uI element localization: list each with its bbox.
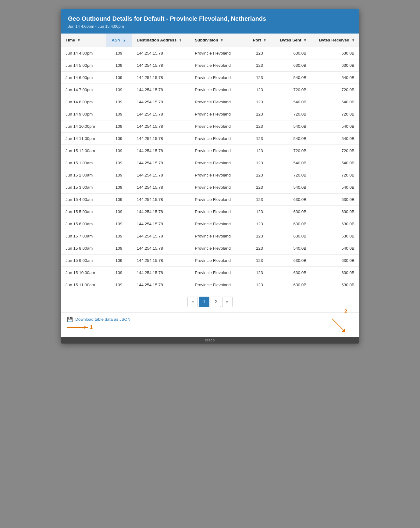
pagination-prev[interactable]: « xyxy=(187,297,198,307)
download-json-link[interactable]: 💾 Download table data as JSON xyxy=(67,316,130,322)
cell-bytes-sent: 540.0B xyxy=(272,157,311,169)
cell-asn: 109 xyxy=(106,157,132,169)
cell-dest: 144.254.15.78 xyxy=(132,267,190,279)
cell-dest: 144.254.15.78 xyxy=(132,47,190,59)
cell-bytes-sent: 540.0B xyxy=(272,72,311,84)
cell-subdiv: Provincie Flevoland xyxy=(190,133,247,145)
cell-bytes-sent: 630.0B xyxy=(272,206,311,218)
col-header-time[interactable]: Time ⇕ xyxy=(61,34,106,47)
cell-bytes-recv: 720.0B xyxy=(311,169,359,181)
col-header-asn[interactable]: ASN ▲ xyxy=(106,34,132,47)
cell-bytes-recv: 540.0B xyxy=(311,133,359,145)
cell-bytes-sent: 630.0B xyxy=(272,267,311,279)
cell-time: Jun 15 9:00am xyxy=(61,255,106,267)
modal-title: Geo Outbound Details for Default - Provi… xyxy=(68,15,352,22)
sort-arrow-port: ⇕ xyxy=(263,38,266,42)
diagonal-arrow-icon xyxy=(329,316,347,334)
sort-arrow-asn: ▲ xyxy=(123,38,126,42)
cell-bytes-recv: 630.0B xyxy=(311,230,359,242)
bottom-bar-text: cisco xyxy=(205,338,215,342)
table-row: Jun 15 11:00am 109 144.254.15.78 Provinc… xyxy=(61,279,359,291)
bottom-bar: cisco xyxy=(61,337,359,344)
modal-container: Geo Outbound Details for Default - Provi… xyxy=(61,9,359,344)
cell-port: 123 xyxy=(247,169,272,181)
table-row: Jun 15 12:00am 109 144.254.15.78 Provinc… xyxy=(61,145,359,157)
col-header-dest[interactable]: Destination Address ⇕ xyxy=(132,34,190,47)
cell-subdiv: Provincie Flevoland xyxy=(190,181,247,194)
cell-bytes-sent: 720.0B xyxy=(272,84,311,96)
cell-bytes-sent: 630.0B xyxy=(272,218,311,230)
cell-subdiv: Provincie Flevoland xyxy=(190,157,247,169)
cell-bytes-sent: 540.0B xyxy=(272,242,311,255)
cell-bytes-sent: 720.0B xyxy=(272,145,311,157)
cell-subdiv: Provincie Flevoland xyxy=(190,59,247,72)
pagination-page-2[interactable]: 2 xyxy=(211,297,221,307)
cell-port: 123 xyxy=(247,96,272,108)
cell-subdiv: Provincie Flevoland xyxy=(190,72,247,84)
cell-bytes-sent: 630.0B xyxy=(272,255,311,267)
cell-port: 123 xyxy=(247,181,272,194)
table-row: Jun 14 9:00pm 109 144.254.15.78 Provinci… xyxy=(61,108,359,120)
col-header-bytes-sent[interactable]: Bytes Sent ⇕ xyxy=(272,34,311,47)
cell-subdiv: Provincie Flevoland xyxy=(190,206,247,218)
cell-subdiv: Provincie Flevoland xyxy=(190,47,247,59)
table-row: Jun 15 9:00am 109 144.254.15.78 Provinci… xyxy=(61,255,359,267)
table-body: Jun 14 4:00pm 109 144.254.15.78 Provinci… xyxy=(61,47,359,291)
cell-asn: 109 xyxy=(106,267,132,279)
cell-dest: 144.254.15.78 xyxy=(132,120,190,133)
cell-bytes-sent: 720.0B xyxy=(272,108,311,120)
svg-line-2 xyxy=(332,319,344,331)
svg-marker-1 xyxy=(84,326,88,329)
pagination-next[interactable]: » xyxy=(222,297,233,307)
table-row: Jun 14 7:00pm 109 144.254.15.78 Provinci… xyxy=(61,84,359,96)
cell-time: Jun 14 10:00pm xyxy=(61,120,106,133)
cell-bytes-recv: 630.0B xyxy=(311,218,359,230)
table-row: Jun 14 4:00pm 109 144.254.15.78 Provinci… xyxy=(61,47,359,59)
cell-asn: 109 xyxy=(106,59,132,72)
table-row: Jun 14 10:00pm 109 144.254.15.78 Provinc… xyxy=(61,120,359,133)
cell-port: 123 xyxy=(247,59,272,72)
table-row: Jun 14 6:00pm 109 144.254.15.78 Provinci… xyxy=(61,72,359,84)
pagination-page-1[interactable]: 1 xyxy=(199,297,209,307)
cell-dest: 144.254.15.78 xyxy=(132,279,190,291)
cell-port: 123 xyxy=(247,194,272,206)
cell-asn: 109 xyxy=(106,230,132,242)
cell-port: 123 xyxy=(247,72,272,84)
annotation-2-group: 2 xyxy=(329,309,347,334)
sort-arrow-bytes-sent: ⇕ xyxy=(304,38,306,42)
cell-port: 123 xyxy=(247,230,272,242)
cell-asn: 109 xyxy=(106,120,132,133)
cell-subdiv: Provincie Flevoland xyxy=(190,255,247,267)
table-row: Jun 15 5:00am 109 144.254.15.78 Provinci… xyxy=(61,206,359,218)
cell-time: Jun 15 2:00am xyxy=(61,169,106,181)
cell-asn: 109 xyxy=(106,169,132,181)
cell-subdiv: Provincie Flevoland xyxy=(190,218,247,230)
cell-bytes-recv: 630.0B xyxy=(311,267,359,279)
cell-port: 123 xyxy=(247,279,272,291)
cell-bytes-sent: 720.0B xyxy=(272,169,311,181)
cell-asn: 109 xyxy=(106,279,132,291)
cell-bytes-recv: 720.0B xyxy=(311,108,359,120)
cell-dest: 144.254.15.78 xyxy=(132,169,190,181)
cell-bytes-recv: 630.0B xyxy=(311,194,359,206)
cell-asn: 109 xyxy=(106,145,132,157)
cell-bytes-recv: 540.0B xyxy=(311,96,359,108)
data-table: Time ⇕ ASN ▲ Destination Address ⇕ Subdi… xyxy=(61,34,359,291)
cell-bytes-sent: 540.0B xyxy=(272,120,311,133)
col-header-port[interactable]: Port ⇕ xyxy=(247,34,272,47)
cell-time: Jun 14 8:00pm xyxy=(61,96,106,108)
cell-asn: 109 xyxy=(106,133,132,145)
sort-arrow-bytes-recv: ⇕ xyxy=(352,38,354,42)
cell-dest: 144.254.15.78 xyxy=(132,157,190,169)
cell-bytes-recv: 630.0B xyxy=(311,206,359,218)
col-header-subdiv[interactable]: Subdivision ⇕ xyxy=(190,34,247,47)
cell-time: Jun 15 10:00am xyxy=(61,267,106,279)
cell-subdiv: Provincie Flevoland xyxy=(190,279,247,291)
modal-header: Geo Outbound Details for Default - Provi… xyxy=(61,9,359,34)
pagination: « 1 2 » xyxy=(61,291,359,312)
cell-subdiv: Provincie Flevoland xyxy=(190,169,247,181)
cell-asn: 109 xyxy=(106,96,132,108)
cell-bytes-sent: 630.0B xyxy=(272,47,311,59)
col-header-bytes-recv[interactable]: Bytes Received ⇕ xyxy=(311,34,359,47)
table-row: Jun 15 2:00am 109 144.254.15.78 Provinci… xyxy=(61,169,359,181)
